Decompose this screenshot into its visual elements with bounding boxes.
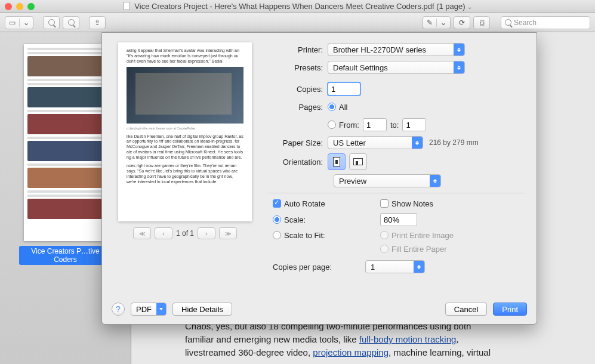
to-label: to: xyxy=(390,121,399,129)
printer-select[interactable]: Brother HL-2270DW series xyxy=(328,43,465,56)
auto-rotate-checkbox[interactable] xyxy=(273,199,281,208)
to-input[interactable] xyxy=(402,118,426,131)
paper-size-select[interactable]: US Letter xyxy=(328,136,423,149)
show-notes-label: Show Notes xyxy=(391,199,433,208)
from-label: From: xyxy=(339,121,359,129)
pencil-icon: ✎ xyxy=(423,18,437,27)
print-entire-image-radio xyxy=(380,231,389,239)
scale-to-fit-radio[interactable] xyxy=(273,231,281,239)
pages-label: Pages: xyxy=(268,103,328,112)
pages-range-radio[interactable] xyxy=(328,121,336,129)
rotate-icon: ⟳ xyxy=(459,18,465,27)
pages-all-radio[interactable] xyxy=(328,103,336,111)
background-document-text: Chaos, yes, but also 18 compelling two-m… xyxy=(185,320,577,359)
print-preview-page: aking it appear that Sherman's avatar wa… xyxy=(118,42,252,221)
copies-input[interactable] xyxy=(328,82,360,95)
printer-label: Printer: xyxy=(268,45,328,54)
print-options-form: Printer: Brother HL-2270DW series Preset… xyxy=(268,42,525,292)
app-section-select[interactable]: Preview xyxy=(334,174,441,187)
search-icon xyxy=(505,19,511,26)
print-button[interactable]: Print xyxy=(493,303,527,316)
zoom-out-button[interactable] xyxy=(43,16,60,29)
print-entire-image-label: Print Entire Image xyxy=(391,231,454,240)
toolbar: ▭⌄ ⇪ ✎⌄ ⟳ ⌼ Search xyxy=(0,13,595,32)
scale-to-fit-label: Scale to Fit: xyxy=(284,231,325,240)
share-icon: ⇪ xyxy=(94,18,100,27)
cancel-button[interactable]: Cancel xyxy=(445,303,487,316)
scale-radio[interactable] xyxy=(273,215,281,224)
prev-page-button[interactable]: ‹ xyxy=(155,227,172,239)
help-button[interactable]: ? xyxy=(112,303,125,316)
copies-label: Copies: xyxy=(268,85,328,94)
from-input[interactable] xyxy=(363,118,387,131)
copies-per-page-label: Copies per page: xyxy=(273,263,365,272)
zoom-in-icon xyxy=(68,19,75,26)
show-notes-checkbox[interactable] xyxy=(380,199,389,208)
rotate-button[interactable]: ⟳ xyxy=(454,16,470,29)
dialog-footer: ? PDF Hide Details Cancel Print xyxy=(102,297,537,324)
window-titlebar: Vice Creators Project - Here's What Happ… xyxy=(0,0,595,13)
orientation-label: Orientation: xyxy=(268,158,328,166)
search-placeholder: Search xyxy=(514,18,537,27)
scale-input[interactable] xyxy=(380,213,417,226)
fill-entire-paper-label: Fill Entire Paper xyxy=(391,245,446,254)
fill-entire-paper-radio xyxy=(380,245,389,253)
pages-all-label: All xyxy=(339,103,347,112)
page-thumbnail[interactable] xyxy=(24,44,107,241)
print-dialog: aking it appear that Sherman's avatar wa… xyxy=(101,32,537,325)
preview-image xyxy=(127,67,243,124)
window-title: Vice Creators Project - Here's What Happ… xyxy=(0,2,595,11)
next-page-button[interactable]: › xyxy=(198,227,215,239)
sidebar-toggle-button[interactable]: ▭⌄ xyxy=(5,16,33,29)
search-input[interactable]: Search xyxy=(501,16,590,29)
paper-size-label: Paper Size: xyxy=(268,138,328,147)
thumbnail-label: Vice Creators P…tive Coders xyxy=(19,246,112,265)
last-page-button[interactable]: ≫ xyxy=(219,227,237,239)
annotate-button[interactable]: ✎⌄ xyxy=(423,16,451,29)
first-page-button[interactable]: ≪ xyxy=(133,227,151,239)
zoom-in-button[interactable] xyxy=(63,16,79,29)
document-icon xyxy=(123,2,130,10)
page-counter: 1 of 1 xyxy=(176,229,194,237)
landscape-button[interactable] xyxy=(349,153,367,170)
portrait-icon xyxy=(333,157,340,166)
portrait-button[interactable] xyxy=(328,153,346,170)
toolbox-icon: ⌼ xyxy=(480,18,484,27)
copies-per-page-select[interactable]: 1 xyxy=(365,260,425,273)
hide-details-button[interactable]: Hide Details xyxy=(172,303,232,316)
markup-button[interactable]: ⌼ xyxy=(473,16,490,29)
scale-label: Scale: xyxy=(284,215,306,224)
print-preview-column: aking it appear that Sherman's avatar wa… xyxy=(116,42,254,292)
paper-size-hint: 216 by 279 mm xyxy=(429,138,479,147)
share-button[interactable]: ⇪ xyxy=(89,16,106,29)
presets-label: Presets: xyxy=(268,63,328,72)
presets-select[interactable]: Default Settings xyxy=(328,61,465,74)
landscape-icon xyxy=(353,158,363,165)
zoom-out-icon xyxy=(48,19,55,26)
auto-rotate-label: Auto Rotate xyxy=(284,199,325,208)
pdf-menu-button[interactable]: PDF xyxy=(131,303,167,316)
